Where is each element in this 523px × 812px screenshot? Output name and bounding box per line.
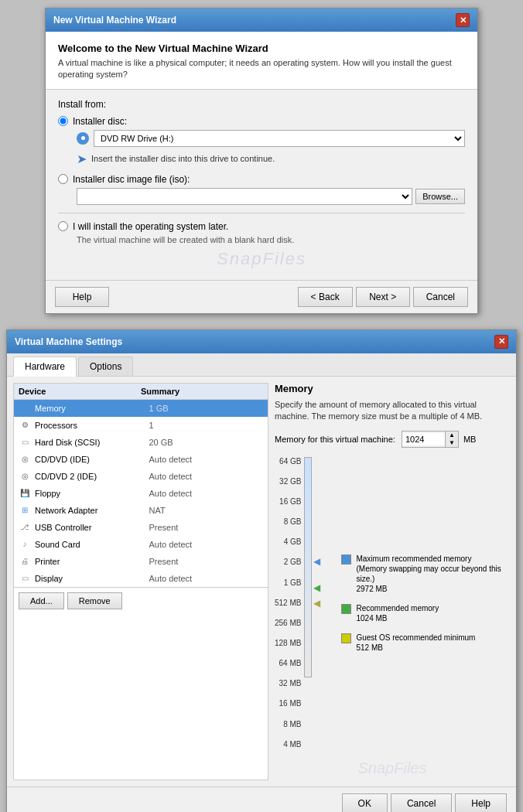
- slider-label-16mb: 16 MB: [275, 699, 301, 708]
- device-summary-harddisk: 20 GB: [149, 438, 264, 447]
- device-row-network[interactable]: ⊞ Network Adapter NAT: [14, 502, 268, 519]
- harddisk-icon: ▭: [19, 436, 31, 449]
- device-row-usb[interactable]: ⎇ USB Controller Present: [14, 519, 268, 536]
- recommended-arrow-icon: ◀: [313, 582, 320, 593]
- legend-min-value: 512 MB: [356, 643, 475, 653]
- dvd-drive-dropdown[interactable]: DVD RW Drive (H:): [94, 130, 465, 147]
- legend-max-detail: (Memory swapping may occur beyond this s…: [356, 564, 510, 584]
- device-summary-usb: Present: [149, 523, 264, 532]
- installer-disc-radio-row[interactable]: Installer disc:: [58, 116, 465, 127]
- back-button[interactable]: < Back: [298, 287, 353, 307]
- slider-label-16gb: 16 GB: [275, 497, 301, 506]
- vm-help-button[interactable]: Help: [455, 793, 507, 812]
- slider-label-4mb: 4 MB: [275, 740, 301, 749]
- add-device-button[interactable]: Add...: [19, 592, 64, 609]
- legend-rec-box: [341, 604, 351, 614]
- device-summary-cddvd2: Auto detect: [149, 472, 264, 481]
- wizard-titlebar: New Virtual Machine Wizard ✕: [46, 9, 477, 32]
- device-list-panel: Device Summary ▦ Memory 1 GB ⚙ Processor…: [13, 383, 268, 780]
- device-summary-floppy: Auto detect: [149, 489, 264, 498]
- wizard-footer: Help < Back Next > Cancel: [46, 280, 477, 313]
- display-icon: ▭: [19, 572, 31, 585]
- device-row-cddvd2[interactable]: ◎ CD/DVD 2 (IDE) Auto detect: [14, 468, 268, 485]
- later-section: I will install the operating system late…: [58, 213, 465, 244]
- slider-track[interactable]: ◀ ◀ ◀: [304, 457, 312, 677]
- slider-label-4gb: 4 GB: [275, 537, 301, 546]
- wizard-close-button[interactable]: ✕: [456, 13, 470, 27]
- vm-close-button[interactable]: ✕: [494, 335, 508, 349]
- installer-disc-radio[interactable]: [58, 116, 68, 126]
- memory-input-label: Memory for this virtual machine:: [275, 435, 395, 444]
- browse-button[interactable]: Browse...: [415, 189, 465, 204]
- slider-area: 64 GB 32 GB 16 GB 8 GB 4 GB 2 GB 1 GB 51…: [275, 457, 510, 750]
- device-name-usb: USB Controller: [35, 523, 149, 532]
- install-from-label: Install from:: [58, 99, 465, 110]
- slider-label-8mb: 8 MB: [275, 720, 301, 728]
- vm-settings-dialog: Virtual Machine Settings ✕ Hardware Opti…: [6, 329, 517, 812]
- device-row-memory[interactable]: ▦ Memory 1 GB: [14, 400, 268, 417]
- tab-hardware[interactable]: Hardware: [13, 357, 77, 377]
- device-row-display[interactable]: ▭ Display Auto detect: [14, 570, 268, 587]
- iso-group: Installer disc image file (iso): Browse.…: [58, 174, 465, 205]
- iso-radio-row[interactable]: Installer disc image file (iso):: [58, 174, 465, 185]
- memory-value-input[interactable]: [402, 433, 445, 445]
- help-button[interactable]: Help: [55, 287, 109, 307]
- tab-options[interactable]: Options: [78, 357, 133, 376]
- device-row-cddvd1[interactable]: ◎ CD/DVD (IDE) Auto detect: [14, 451, 268, 468]
- device-panel-footer: Add... Remove: [14, 587, 268, 614]
- slider-label-2gb: 2 GB: [275, 558, 301, 566]
- slider-label-64gb: 64 GB: [275, 457, 301, 466]
- device-summary-sound: Auto detect: [149, 540, 264, 549]
- memory-title: Memory: [275, 383, 510, 394]
- spinner-up-button[interactable]: ▲: [446, 432, 458, 439]
- device-name-display: Display: [35, 574, 149, 583]
- wizard-dialog: New Virtual Machine Wizard ✕ Welcome to …: [45, 8, 478, 314]
- slider-label-32mb: 32 MB: [275, 679, 301, 687]
- device-summary-network: NAT: [149, 506, 264, 515]
- device-list-header: Device Summary: [14, 384, 268, 400]
- wizard-header-title: Welcome to the New Virtual Machine Wizar…: [58, 43, 465, 54]
- slider-label-128mb: 128 MB: [275, 639, 301, 647]
- iso-input-row: Browse...: [77, 188, 465, 205]
- next-button[interactable]: Next >: [356, 287, 410, 307]
- iso-radio[interactable]: [58, 174, 68, 184]
- device-name-floppy: Floppy: [35, 489, 149, 498]
- later-radio[interactable]: [58, 221, 68, 231]
- vm-titlebar: Virtual Machine Settings ✕: [7, 330, 516, 353]
- vm-tabs: Hardware Options: [7, 353, 516, 377]
- device-name-cddvd1: CD/DVD (IDE): [35, 455, 149, 464]
- spinner-down-button[interactable]: ▼: [446, 439, 458, 447]
- device-row-printer[interactable]: 🖨 Printer Present: [14, 553, 268, 570]
- device-row-processors[interactable]: ⚙ Processors 1: [14, 417, 268, 434]
- remove-device-button[interactable]: Remove: [67, 592, 122, 609]
- cancel-button[interactable]: Cancel: [413, 287, 468, 307]
- device-row-floppy[interactable]: 💾 Floppy Auto detect: [14, 485, 268, 502]
- slider-label-256mb: 256 MB: [275, 619, 301, 627]
- legend-max-box: [341, 554, 351, 565]
- device-row-sound[interactable]: ♪ Sound Card Auto detect: [14, 536, 268, 553]
- later-note: The virtual machine will be created with…: [77, 235, 465, 244]
- legend-rec-text: Recommended memory 1024 MB: [356, 603, 439, 623]
- memory-spinner[interactable]: ▲ ▼: [402, 431, 459, 448]
- disc-hint-row: ➤ Insert the installer disc into this dr…: [77, 152, 465, 166]
- legend-max-title: Maximum recommended memory: [356, 554, 510, 564]
- device-summary-printer: Present: [149, 557, 264, 566]
- device-row-harddisk[interactable]: ▭ Hard Disk (SCSI) 20 GB: [14, 434, 268, 451]
- vm-cancel-button[interactable]: Cancel: [391, 793, 452, 812]
- wizard-header-subtitle: A virtual machine is like a physical com…: [58, 57, 465, 81]
- legend-max-text: Maximum recommended memory (Memory swapp…: [356, 554, 510, 594]
- device-name-cddvd2: CD/DVD 2 (IDE): [35, 472, 149, 481]
- slider-track-container[interactable]: ◀ ◀ ◀: [304, 457, 323, 750]
- usb-icon: ⎇: [19, 521, 31, 534]
- legend-min-box: [341, 633, 351, 643]
- device-name-memory: Memory: [35, 404, 149, 413]
- device-summary-processors: 1: [149, 421, 264, 430]
- max-memory-arrow-icon: ◀: [313, 556, 320, 567]
- memory-icon: ▦: [19, 402, 31, 415]
- memory-input-row: Memory for this virtual machine: ▲ ▼ MB: [275, 431, 510, 448]
- vm-ok-button[interactable]: OK: [342, 793, 388, 812]
- iso-dropdown[interactable]: [77, 188, 412, 205]
- cddvd1-icon: ◎: [19, 453, 31, 466]
- later-radio-row[interactable]: I will install the operating system late…: [58, 221, 465, 232]
- legend-minimum: Guest OS recommended minimum 512 MB: [341, 633, 510, 653]
